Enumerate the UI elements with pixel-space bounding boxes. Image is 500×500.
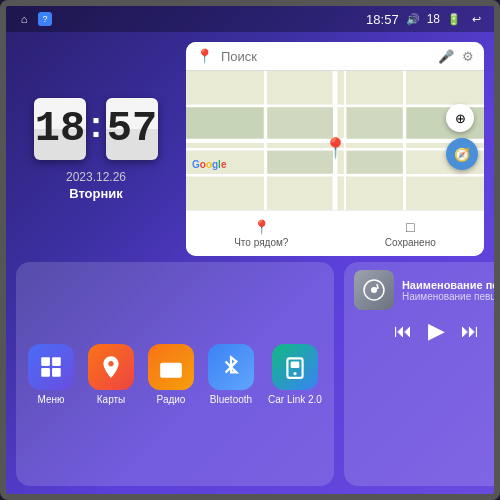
clock-separator: : — [90, 104, 102, 146]
radio-app-icon — [148, 344, 194, 390]
status-bar: ⌂ ? 18:57 🔊 18 🔋 ↩ — [6, 6, 494, 32]
svg-rect-18 — [52, 368, 61, 377]
app-radio[interactable]: Радио — [148, 344, 194, 405]
menu-label: Меню — [37, 394, 64, 405]
svg-rect-13 — [186, 107, 263, 138]
app-maps[interactable]: Карты — [88, 344, 134, 405]
svg-rect-17 — [41, 368, 50, 377]
map-right-controls: ⊕ 🧭 — [446, 104, 478, 170]
svg-rect-16 — [52, 357, 61, 366]
nearby-icon: 📍 — [253, 219, 270, 235]
clock-hours: 18 — [34, 98, 86, 160]
map-saved-button[interactable]: □ Сохранено — [377, 217, 444, 250]
clock-day: Вторник — [69, 186, 123, 201]
mic-icon[interactable]: 🎤 — [438, 49, 454, 64]
music-artist: Наименование певца — [402, 291, 500, 302]
album-art — [354, 270, 394, 310]
next-button[interactable]: ⏭ — [461, 321, 479, 342]
play-button[interactable]: ▶ — [428, 318, 445, 344]
svg-rect-12 — [347, 151, 403, 174]
home-icon[interactable]: ⌂ — [16, 11, 32, 27]
map-search-bar: 📍 🎤 ⚙ — [186, 42, 484, 71]
map-pin-icon: 📍 — [196, 48, 213, 64]
nearby-label: Что рядом? — [234, 237, 288, 248]
prev-button[interactable]: ⏮ — [394, 321, 412, 342]
map-widget: 📍 🎤 ⚙ — [186, 42, 484, 256]
music-title: Наименование песни — [402, 279, 500, 291]
music-info: Наименование песни Наименование певца — [354, 270, 500, 310]
carlink-app-icon — [272, 344, 318, 390]
status-bar-left: ⌂ ? — [16, 11, 52, 27]
map-bottom-bar: 📍 Что рядом? □ Сохранено — [186, 210, 484, 256]
map-navigate-button[interactable]: 🧭 — [446, 138, 478, 170]
bottom-section: Меню Карты — [6, 262, 494, 496]
bluetooth-label: Bluetooth — [210, 394, 252, 405]
time-display: 18:57 — [366, 12, 399, 27]
google-logo: Google — [192, 159, 226, 170]
svg-rect-22 — [162, 371, 167, 373]
app-carlink[interactable]: Car Link 2.0 — [268, 344, 322, 405]
svg-point-27 — [293, 371, 296, 374]
app-bluetooth[interactable]: Bluetooth — [208, 344, 254, 405]
bluetooth-app-icon — [208, 344, 254, 390]
battery-level: 18 — [427, 12, 440, 26]
question-icon[interactable]: ? — [38, 12, 52, 26]
album-art-placeholder — [354, 270, 394, 310]
apps-bar: Меню Карты — [16, 262, 334, 486]
status-bar-right: 18:57 🔊 18 🔋 ↩ — [366, 11, 484, 27]
carlink-label: Car Link 2.0 — [268, 394, 322, 405]
main-screen: ⌂ ? 18:57 🔊 18 🔋 ↩ 18 : 57 2023.12.26 Вт… — [0, 0, 500, 500]
volume-icon[interactable]: 🔊 — [405, 11, 421, 27]
map-search-input[interactable] — [221, 49, 430, 64]
clock-date: 2023.12.26 — [66, 170, 126, 184]
svg-point-20 — [174, 368, 178, 372]
saved-icon: □ — [406, 219, 414, 235]
clock-widget: 18 : 57 2023.12.26 Вторник — [16, 42, 176, 256]
clock-minutes: 57 — [106, 98, 158, 160]
maps-label: Карты — [97, 394, 126, 405]
map-location-pin: 📍 — [323, 136, 348, 160]
back-icon[interactable]: ↩ — [468, 11, 484, 27]
main-content-area: 18 : 57 2023.12.26 Вторник 📍 🎤 ⚙ — [6, 32, 494, 262]
map-area: 📍 Google ⊕ 🧭 — [186, 71, 484, 210]
radio-label: Радио — [157, 394, 186, 405]
svg-rect-15 — [41, 357, 50, 366]
map-settings-icon[interactable]: ⚙ — [462, 49, 474, 64]
svg-rect-10 — [347, 107, 403, 138]
map-nearby-button[interactable]: 📍 Что рядом? — [226, 217, 296, 250]
svg-rect-9 — [267, 107, 333, 138]
maps-app-icon — [88, 344, 134, 390]
music-controls: ⏮ ▶ ⏭ — [354, 318, 500, 344]
svg-rect-26 — [291, 361, 300, 368]
music-player: Наименование песни Наименование певца ⏮ … — [344, 262, 500, 486]
music-text: Наименование песни Наименование певца — [402, 279, 500, 302]
svg-rect-21 — [162, 367, 171, 369]
saved-label: Сохранено — [385, 237, 436, 248]
app-menu[interactable]: Меню — [28, 344, 74, 405]
flip-clock: 18 : 57 — [34, 98, 158, 160]
map-zoom-icon[interactable]: ⊕ — [446, 104, 474, 132]
menu-app-icon — [28, 344, 74, 390]
battery-icon: 🔋 — [446, 11, 462, 27]
